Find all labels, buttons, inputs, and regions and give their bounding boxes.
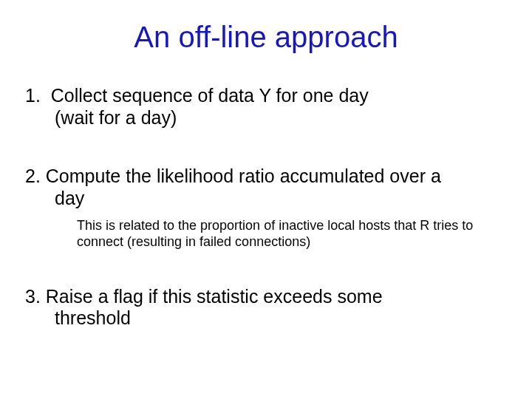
list-item: 2. Compute the likelihood ratio accumula…: [25, 166, 507, 209]
item-text: threshold: [55, 307, 507, 330]
list-item: 1. Collect sequence of data Y for one da…: [25, 85, 507, 129]
item-text: day: [55, 188, 507, 210]
list-item: 3. Raise a flag if this statistic exceed…: [25, 286, 507, 330]
slide: An off-line approach 1. Collect sequence…: [0, 0, 532, 399]
item-text: Compute the likelihood ratio accumulated…: [46, 166, 441, 186]
item-text: Raise a flag if this statistic exceeds s…: [46, 286, 383, 307]
item-number: 3.: [25, 286, 41, 307]
subitem-text: connect (resulting in failed connections…: [77, 234, 310, 249]
item-text: (wait for a day): [55, 107, 507, 129]
subitem-text: This is related to the proportion of ina…: [77, 218, 473, 233]
item-number: 1.: [25, 85, 41, 106]
list-subitem: This is related to the proportion of ina…: [77, 218, 491, 250]
slide-body: 1. Collect sequence of data Y for one da…: [25, 85, 507, 335]
item-number: 2.: [25, 166, 41, 186]
item-text: Collect sequence of data Y for one day: [51, 85, 369, 106]
slide-title: An off-line approach: [0, 21, 532, 54]
